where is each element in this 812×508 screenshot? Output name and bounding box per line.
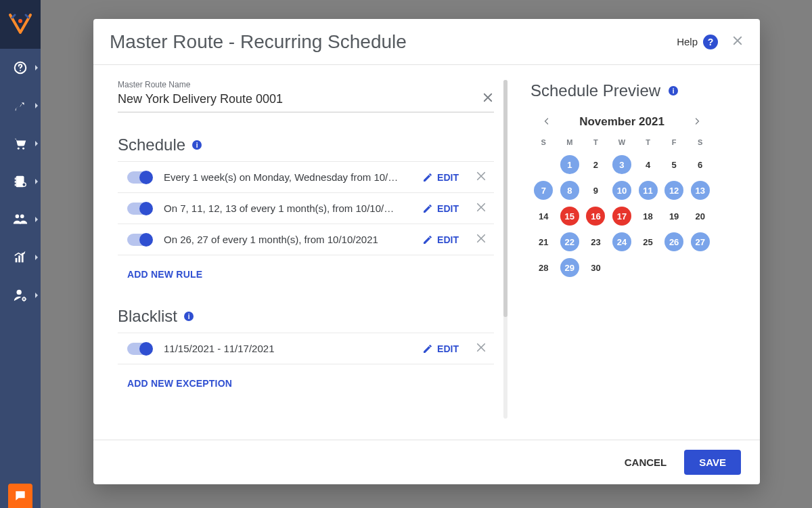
schedule-preview-panel: Schedule Preview i November 2021 SMTWTFS…	[506, 80, 749, 440]
delete-rule-button[interactable]	[475, 341, 487, 356]
calendar-dow-label: F	[661, 138, 687, 149]
rule-description: On 7, 11, 12, 13 of every 1 month(s), fr…	[164, 203, 413, 214]
calendar-prev-button[interactable]	[540, 115, 554, 129]
route-name-clear-button[interactable]	[482, 91, 494, 106]
edit-rule-button[interactable]: EDIT	[422, 203, 459, 214]
calendar-day[interactable]: 13	[687, 180, 713, 200]
sidebar-item-help[interactable]	[0, 49, 41, 87]
sidebar-item-analytics[interactable]	[0, 238, 41, 276]
calendar-day[interactable]: 7	[531, 180, 557, 200]
calendar-day[interactable]: 27	[687, 232, 713, 252]
svg-point-3	[18, 148, 20, 150]
route-logo-icon	[8, 12, 32, 37]
calendar-day[interactable]: 28	[531, 257, 557, 278]
route-name-label: Master Route Name	[118, 80, 494, 89]
chevron-left-icon	[543, 117, 551, 125]
sidebar-item-addressbook[interactable]	[0, 163, 41, 200]
info-icon[interactable]: i	[192, 140, 202, 150]
calendar-day[interactable]: 30	[583, 257, 609, 278]
rule-description: Every 1 week(s) on Monday, Wednesday fro…	[164, 171, 413, 183]
svg-point-15	[17, 290, 22, 295]
svg-point-9	[22, 183, 26, 187]
chat-widget-button[interactable]	[8, 484, 32, 508]
calendar-next-button[interactable]	[690, 115, 704, 129]
svg-point-0	[18, 19, 22, 23]
rule-toggle[interactable]	[127, 203, 152, 215]
calendar-day[interactable]: 20	[687, 206, 713, 226]
calendar-day[interactable]: 17	[609, 206, 635, 226]
calendar-day[interactable]: 21	[531, 232, 557, 252]
cancel-button[interactable]: CANCEL	[625, 457, 667, 468]
calendar-day[interactable]: 8	[557, 180, 583, 200]
sidebar-item-orders[interactable]	[0, 125, 41, 163]
delete-rule-button[interactable]	[475, 170, 487, 185]
calendar-day[interactable]: 23	[583, 232, 609, 252]
scrollbar-thumb[interactable]	[503, 80, 508, 317]
calendar-day[interactable]: 9	[583, 180, 609, 200]
calendar-day[interactable]: 16	[583, 206, 609, 226]
modal-header: Master Route - Recurring Schedule Help ?	[93, 19, 760, 65]
add-exception-button[interactable]: ADD NEW EXCEPTION	[118, 364, 494, 402]
calendar-day[interactable]: 11	[635, 180, 661, 200]
pencil-icon	[422, 234, 433, 245]
svg-point-10	[16, 215, 20, 219]
edit-rule-button[interactable]: EDIT	[422, 343, 459, 354]
calendar-day[interactable]: 6	[687, 154, 713, 175]
calendar-day[interactable]: 26	[661, 232, 687, 252]
close-icon	[475, 232, 487, 245]
help-label[interactable]: Help	[677, 36, 698, 47]
close-icon	[731, 35, 744, 47]
addressbook-icon	[7, 174, 34, 189]
add-rule-button[interactable]: ADD NEW RULE	[118, 255, 494, 307]
calendar-dow-label: W	[609, 138, 635, 149]
schedule-section-title: Schedule i	[118, 135, 494, 154]
rule-toggle[interactable]	[127, 234, 152, 246]
calendar-day[interactable]: 19	[661, 206, 687, 226]
sidebar-item-settings[interactable]	[0, 276, 41, 314]
calendar-day[interactable]: 14	[531, 206, 557, 226]
calendar-dow-label: T	[635, 138, 661, 149]
info-icon[interactable]: i	[184, 312, 194, 321]
help-icon[interactable]: ?	[703, 35, 718, 49]
calendar-day[interactable]: 5	[661, 154, 687, 175]
schedule-rule-row: Every 1 week(s) on Monday, Wednesday fro…	[118, 162, 494, 193]
rule-toggle[interactable]	[127, 171, 152, 184]
calendar-day[interactable]: 3	[609, 154, 635, 175]
calendar-day[interactable]: 25	[635, 232, 661, 252]
sidebar-item-routes[interactable]	[0, 87, 41, 125]
modal-footer: CANCEL SAVE	[93, 440, 760, 484]
chat-icon	[14, 489, 27, 503]
rule-toggle[interactable]	[127, 343, 152, 355]
calendar-day[interactable]: 2	[583, 154, 609, 175]
calendar-day[interactable]: 10	[609, 180, 635, 200]
sidebar-item-team[interactable]	[0, 200, 41, 238]
calendar-dow-label: M	[557, 138, 583, 149]
pencil-icon	[422, 203, 433, 214]
svg-rect-8	[15, 184, 16, 186]
save-button[interactable]: SAVE	[684, 450, 741, 475]
pencil-icon	[422, 172, 433, 183]
rule-description: 11/15/2021 - 11/17/2021	[164, 343, 413, 354]
calendar-day[interactable]: 18	[635, 206, 661, 226]
calendar-day[interactable]: 22	[557, 232, 583, 252]
delete-rule-button[interactable]	[475, 201, 487, 216]
info-icon[interactable]: i	[669, 86, 678, 96]
calendar-day[interactable]: 24	[609, 232, 635, 252]
pencil-icon	[422, 343, 433, 354]
calendar-day[interactable]: 4	[635, 154, 661, 175]
route-arrow-icon	[7, 98, 34, 113]
edit-rule-button[interactable]: EDIT	[422, 234, 459, 245]
close-icon	[482, 91, 494, 104]
calendar-dow-label: S	[531, 138, 557, 149]
modal-close-button[interactable]	[731, 35, 744, 49]
calendar-day[interactable]: 29	[557, 257, 583, 278]
calendar-day[interactable]: 12	[661, 180, 687, 200]
edit-rule-button[interactable]: EDIT	[422, 172, 459, 183]
calendar-day[interactable]: 1	[557, 154, 583, 175]
close-icon	[475, 341, 487, 354]
calendar-day[interactable]: 15	[557, 206, 583, 226]
delete-rule-button[interactable]	[475, 232, 487, 247]
rule-description: On 26, 27 of every 1 month(s), from 10/1…	[164, 234, 413, 245]
route-name-input[interactable]	[118, 92, 476, 106]
calendar-dow-label: T	[583, 138, 609, 149]
